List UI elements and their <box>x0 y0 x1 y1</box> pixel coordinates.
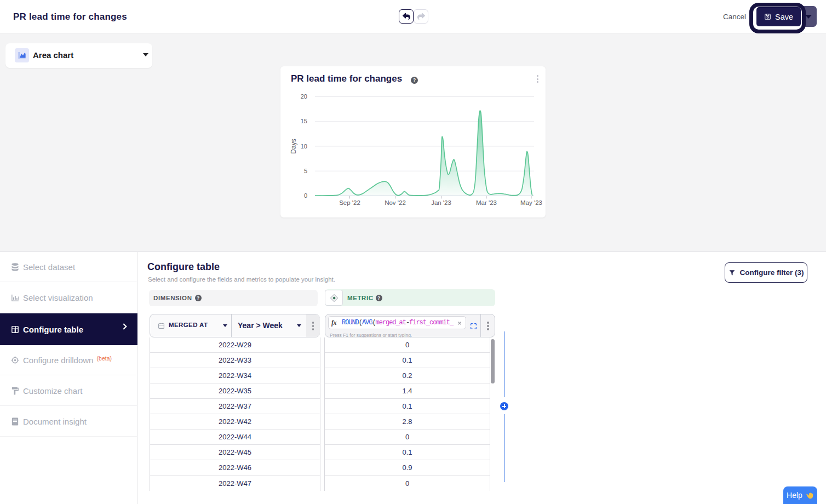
svg-text:15: 15 <box>301 118 307 124</box>
svg-text:Sep '22: Sep '22 <box>339 199 360 206</box>
svg-text:0: 0 <box>304 192 307 199</box>
svg-text:Days: Days <box>290 139 297 153</box>
svg-text:fx: fx <box>331 319 337 327</box>
svg-text:10: 10 <box>301 143 307 150</box>
svg-text:20: 20 <box>301 93 307 100</box>
svg-text:May '23: May '23 <box>520 199 542 206</box>
svg-text:Mar '23: Mar '23 <box>476 199 497 206</box>
svg-text:Nov '22: Nov '22 <box>385 199 406 206</box>
svg-text:Jan '23: Jan '23 <box>431 199 451 206</box>
svg-text:5: 5 <box>304 168 307 174</box>
